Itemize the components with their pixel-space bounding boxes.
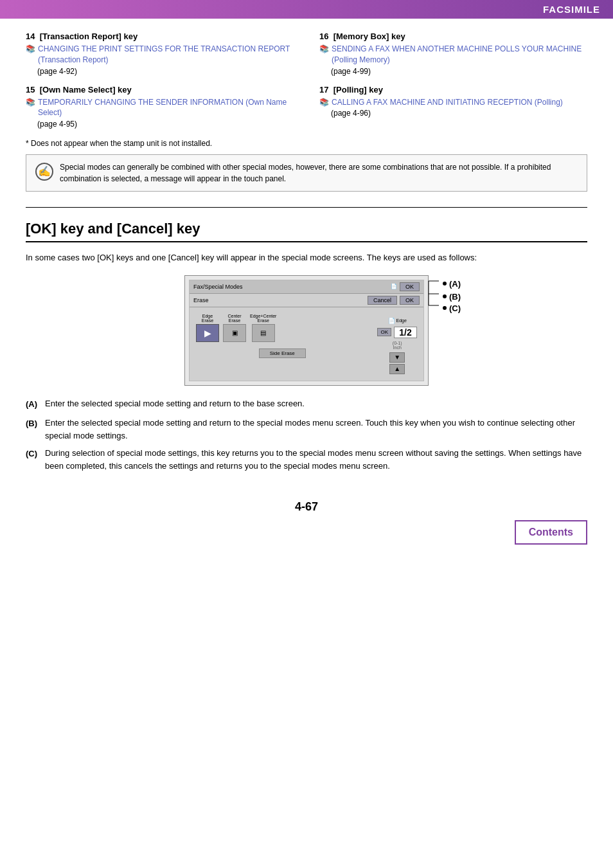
- screen-icon-1: 📄: [391, 284, 397, 289]
- item-17-page: (page 4-96): [331, 109, 587, 118]
- callout-c-dot: [443, 306, 447, 310]
- legend-b-id: (B): [26, 417, 45, 431]
- book-icon-14: 📚: [26, 44, 35, 53]
- legend-c-id: (C): [26, 447, 45, 461]
- legend-a: (A) Enter the selected special mode sett…: [26, 397, 587, 411]
- item-16-link-line: 📚 SENDING A FAX WHEN ANOTHER MACHINE POL…: [319, 44, 587, 66]
- header-title: FACSIMILE: [543, 4, 600, 15]
- section-title: [OK] key and [Cancel] key: [26, 221, 587, 242]
- item-15-link-line: 📚 TEMPORARILY CHANGING THE SENDER INFORM…: [26, 97, 294, 119]
- arrow-down[interactable]: ▼: [389, 352, 405, 363]
- item-15-link[interactable]: TEMPORARILY CHANGING THE SENDER INFORMAT…: [38, 97, 294, 119]
- screen-label-fax: Fax/Special Modes: [193, 284, 243, 290]
- note-text: Special modes can generally be combined …: [60, 161, 578, 185]
- note-box: ✍ Special modes can generally be combine…: [26, 154, 587, 192]
- screen-label-erase: Erase: [193, 297, 209, 303]
- item-17-link[interactable]: CALLING A FAX MACHINE AND INITIATING REC…: [332, 97, 563, 108]
- item-17-link-line: 📚 CALLING A FAX MACHINE AND INITIATING R…: [319, 97, 587, 108]
- screen-ok-btn-2[interactable]: OK: [400, 296, 420, 305]
- header: FACSIMILE: [0, 0, 613, 19]
- section-divider: [26, 207, 587, 208]
- note-icon: ✍: [35, 163, 53, 181]
- center-erase[interactable]: CenterErase ▣: [223, 314, 246, 342]
- erase-options: EdgeErase ▶ CenterErase ▣: [196, 314, 368, 374]
- arrow-up[interactable]: ▲: [389, 364, 405, 374]
- callout-a: (A): [443, 279, 461, 289]
- legend-a-text: Enter the selected special mode setting …: [45, 397, 587, 410]
- center-erase-icon: ▣: [232, 329, 238, 336]
- callout-c: (C): [443, 303, 461, 313]
- numeric-arrows: ▼ ▲: [389, 352, 405, 374]
- contents-button[interactable]: Contents: [515, 520, 587, 545]
- screen-cancel-btn[interactable]: Cancel: [368, 296, 397, 305]
- numeric-ok[interactable]: OK: [377, 328, 391, 336]
- numeric-panel: 📄 Edge OK 1/2 (0-1)Inch ▼ ▲: [377, 314, 417, 374]
- item-14-link-line: 📚 CHANGING THE PRINT SETTINGS FOR THE TR…: [26, 44, 294, 66]
- item-14-page: (page 4-92): [37, 67, 294, 76]
- side-erase-btn[interactable]: Side Erase: [259, 348, 306, 358]
- numeric-unit: (0-1)Inch: [393, 341, 402, 350]
- screen-content: EdgeErase ▶ CenterErase ▣: [190, 307, 423, 381]
- item-16: 16 [Memory Box] key 📚 SENDING A FAX WHEN…: [319, 32, 587, 76]
- right-column: 16 [Memory Box] key 📚 SENDING A FAX WHEN…: [319, 32, 587, 129]
- item-14-link[interactable]: CHANGING THE PRINT SETTINGS FOR THE TRAN…: [38, 44, 294, 66]
- callout-b-dot: [443, 294, 447, 298]
- item-14: 14 [Transaction Report] key 📚 CHANGING T…: [26, 32, 294, 76]
- screen-container: Fax/Special Modes 📄 OK Erase Cancel OK: [26, 275, 587, 386]
- footer-area: 4-67 Contents: [26, 481, 587, 583]
- left-column: 14 [Transaction Report] key 📚 CHANGING T…: [26, 32, 294, 129]
- item-16-link[interactable]: SENDING A FAX WHEN ANOTHER MACHINE POLLS…: [332, 44, 587, 66]
- item-16-page: (page 4-99): [331, 67, 587, 76]
- legend-c: (C) During selection of special mode set…: [26, 447, 587, 472]
- edge-erase[interactable]: EdgeErase ▶: [196, 314, 219, 342]
- page-number: 4-67: [26, 500, 587, 514]
- edge-erase-icon: ▶: [204, 328, 211, 338]
- callout-c-label: (C): [449, 303, 461, 313]
- numeric-display: 1/2: [394, 327, 417, 338]
- section-body: In some cases two [OK] keys and one [Can…: [26, 251, 587, 265]
- item-15-page: (page 4-95): [37, 120, 294, 129]
- legend: (A) Enter the selected special mode sett…: [26, 397, 587, 472]
- two-column-section: 14 [Transaction Report] key 📚 CHANGING T…: [26, 32, 587, 129]
- callout-a-label: (A): [449, 279, 461, 289]
- numeric-edge-label: Edge: [396, 318, 407, 323]
- item-15: 15 [Own Name Select] key 📚 TEMPORARILY C…: [26, 85, 294, 129]
- legend-b-text: Enter the selected special mode setting …: [45, 417, 587, 442]
- book-icon-16: 📚: [319, 44, 329, 53]
- screen-row-2: Erase Cancel OK: [190, 294, 423, 307]
- screen-mockup: Fax/Special Modes 📄 OK Erase Cancel OK: [184, 275, 429, 386]
- item-17-label: 17 [Polling] key: [319, 85, 587, 95]
- callout-b-label: (B): [449, 292, 461, 302]
- legend-a-id: (A): [26, 397, 45, 411]
- screen-ok-btn-1[interactable]: OK: [400, 282, 420, 291]
- callout-b: (B): [443, 292, 461, 302]
- screen-row-1: Fax/Special Modes 📄 OK: [190, 280, 423, 294]
- screen-inner: Fax/Special Modes 📄 OK Erase Cancel OK: [189, 280, 424, 381]
- item-17: 17 [Polling] key 📚 CALLING A FAX MACHINE…: [319, 85, 587, 118]
- item-16-label: 16 [Memory Box] key: [319, 32, 587, 41]
- book-icon-15: 📚: [26, 98, 35, 107]
- footnote: * Does not appear when the stamp unit is…: [26, 139, 587, 148]
- item-15-label: 15 [Own Name Select] key: [26, 85, 294, 95]
- book-icon-17: 📚: [319, 98, 329, 107]
- edge-center-erase[interactable]: Edge+CenterErase ▤: [250, 314, 276, 342]
- legend-c-text: During selection of special mode setting…: [45, 447, 587, 472]
- callout-a-dot: [443, 282, 447, 285]
- legend-b: (B) Enter the selected special mode sett…: [26, 417, 587, 442]
- edge-center-erase-icon: ▤: [260, 329, 266, 336]
- item-14-label: 14 [Transaction Report] key: [26, 32, 294, 41]
- numeric-icon: 📄: [388, 318, 395, 324]
